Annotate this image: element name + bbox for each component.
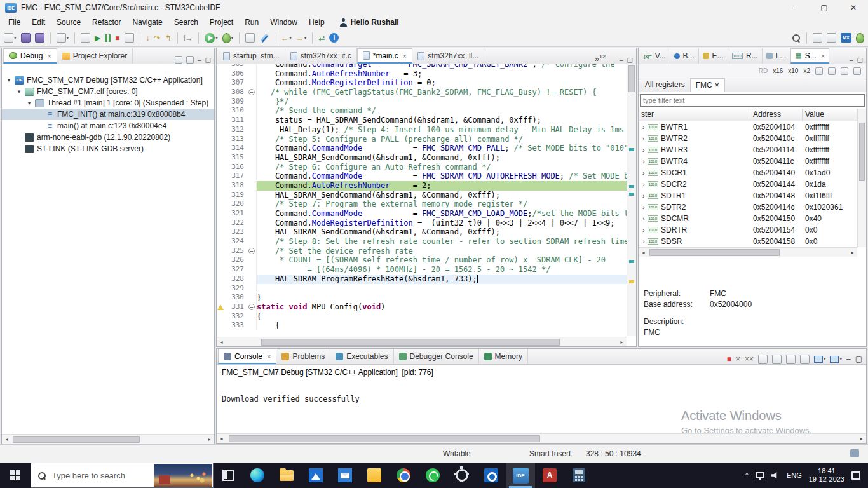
fold-collapse-icon[interactable]: − (248, 248, 255, 254)
debug-button[interactable]: ▾ (222, 33, 234, 43)
code-line[interactable]: 332{ (217, 312, 627, 322)
register-row[interactable]: ›1010BWTR10x520041040xffffffff (639, 121, 857, 133)
fold-collapse-icon[interactable]: − (248, 304, 255, 310)
register-row[interactable]: ›1010BWTR30x520041140xffffffff (639, 144, 857, 156)
code-editor[interactable]: 305 Command.CommandTarget = FMC_SDRAM_CM… (217, 64, 627, 336)
scroll-right-icon[interactable]: ▸ (205, 437, 214, 442)
registers-subtab-allregisters[interactable]: All registers (640, 78, 690, 92)
expander-icon[interactable]: › (642, 123, 645, 131)
save-all-button[interactable] (35, 33, 44, 43)
taskbar-app-calculator[interactable] (564, 463, 593, 488)
scroll-right-icon[interactable]: ▸ (848, 250, 857, 255)
open-perspective-button[interactable] (813, 33, 822, 43)
console-tab-memory[interactable]: Memory (479, 349, 528, 364)
start-button[interactable] (0, 463, 31, 488)
code-line[interactable]: 331−static void MPU_Config(void) (217, 302, 627, 312)
link-with-editor-button[interactable]: ⇄ (318, 33, 325, 43)
terminate-button[interactable]: ■ (115, 33, 119, 43)
editor-tab-startupstm[interactable]: startup_stm... (218, 48, 285, 64)
taskbar-app-photos[interactable] (301, 463, 330, 488)
registers-vscrollbar[interactable] (857, 109, 866, 247)
register-row[interactable]: ›1010SDSR0x520041580x0 (639, 236, 857, 247)
tree-expander-icon[interactable]: ▾ (6, 77, 12, 83)
code-line[interactable]: 319 HAL_SDRAM_SendCommand(&hsdram1, &Com… (217, 191, 627, 200)
register-row[interactable]: ›1010SDCR20x520041440x1da (639, 179, 857, 190)
register-table-header[interactable]: ster Address Value (639, 109, 857, 121)
editor-tab-stm32h7xxll[interactable]: stm32h7xx_ll... (412, 48, 484, 64)
scroll-left-icon[interactable]: ◂ (217, 339, 226, 345)
code-line[interactable]: 315 HAL_SDRAM_SendCommand(&hsdram1, &Com… (217, 153, 627, 163)
search-highlight-image[interactable] (154, 464, 212, 487)
radix-bin-button[interactable]: x2 (803, 67, 810, 74)
scroll-track[interactable] (11, 435, 205, 444)
step-over-button[interactable]: ↷ (154, 33, 161, 43)
user-chip[interactable]: Hello Rushali (339, 18, 399, 27)
register-row[interactable]: ›1010BWTR40x5200411c0xffffffff (639, 156, 857, 167)
expander-icon[interactable]: › (642, 180, 645, 188)
taskbar-app-stm32cubeide[interactable]: IDE (506, 463, 535, 488)
column-address[interactable]: Address (750, 109, 803, 121)
scroll-lock-button[interactable] (772, 355, 782, 364)
code-line[interactable]: 333 { (217, 321, 627, 330)
expander-icon[interactable]: › (642, 215, 645, 222)
radix-dec-button[interactable]: x10 (788, 67, 798, 74)
scroll-thumb[interactable] (13, 436, 140, 443)
language-indicator[interactable]: ENG (787, 471, 802, 479)
minimize-icon[interactable]: – (780, 0, 810, 15)
code-line[interactable]: 307 Command.ModeRegisterDefinition = 0; (217, 78, 627, 88)
highlighter-button[interactable] (259, 33, 269, 43)
expander-icon[interactable]: › (642, 238, 645, 245)
code-line[interactable]: 306 Command.AutoRefreshNumber = 3; (217, 69, 627, 79)
menu-run[interactable]: Run (239, 15, 264, 29)
cpp-perspective-button[interactable] (827, 33, 836, 43)
tab-project-explorer[interactable]: Project Explorer (57, 48, 133, 64)
debug-tree-item[interactable]: ▾Thread #1 [main] 1 [core: 0] (Suspended… (2, 97, 214, 109)
suspend-button[interactable] (105, 34, 111, 42)
debug-tree-item[interactable]: ≡main() at main.c:123 0x80004e4 (2, 120, 214, 132)
console-tab-debuggerconsole[interactable]: Debugger Console (394, 349, 479, 364)
skip-all-breakpoints-button[interactable] (81, 33, 90, 43)
close-icon[interactable]: × (715, 79, 719, 92)
menu-search[interactable]: Search (168, 15, 204, 29)
code-line[interactable]: 322 Command.ModeRegisterDefinition = (ui… (217, 219, 627, 228)
register-row[interactable]: ›1010SDTR10x520041480xf1f6fff (639, 190, 857, 201)
debug-perspective-button[interactable] (856, 33, 864, 43)
display-selected-console-button[interactable]: ▾ (814, 356, 826, 363)
maximize-view-icon[interactable]: ▢ (857, 57, 863, 64)
save-icon[interactable] (853, 67, 861, 75)
collapse-all-icon[interactable] (175, 56, 182, 64)
save-button[interactable] (21, 33, 31, 43)
search-button[interactable] (792, 34, 801, 43)
code-line[interactable]: 310 /* Send the command */ (217, 106, 627, 116)
action-center-icon[interactable] (851, 471, 860, 480)
taskbar-app-acrobat[interactable]: A (535, 463, 564, 488)
editor-hscrollbar[interactable]: ◂ ▸ (217, 337, 627, 346)
code-line[interactable]: 321 Command.CommandMode = FMC_SDRAM_CMD_… (217, 209, 627, 219)
terminate-button[interactable]: ■ (727, 354, 731, 364)
registers-subtab-fmc[interactable]: FMC× (690, 78, 725, 92)
read-button[interactable]: RD (759, 67, 768, 74)
code-line[interactable]: 308− /* while (FMC_GetFlagStatus(FMC_Ban… (217, 88, 627, 97)
code-line[interactable]: 312 HAL_Delay(1); /* Step 4: Insert 100 … (217, 125, 627, 135)
console-hscrollbar[interactable]: ◂ ▸ (217, 433, 866, 443)
taskbar-search[interactable]: Type here to search (31, 463, 214, 488)
scroll-right-icon[interactable]: ▸ (857, 436, 866, 442)
device-configuration-tool-button[interactable]: MX (841, 33, 851, 43)
console-output[interactable]: Download verified successfully (222, 395, 360, 403)
expander-icon[interactable]: › (642, 146, 645, 154)
code-line[interactable]: 309 }*/ (217, 97, 627, 107)
code-line[interactable]: 328 HAL_SDRAM_ProgramRefreshRate(&hsdram… (217, 274, 627, 284)
maximize-view-icon[interactable]: ▢ (205, 57, 211, 64)
close-icon[interactable]: × (821, 52, 825, 60)
cut-icon[interactable] (815, 67, 823, 75)
taskbar-app-settings[interactable] (447, 463, 477, 488)
tree-expander-icon[interactable]: ▾ (16, 88, 22, 95)
register-row[interactable]: ›1010SDCMR0x520041500x40 (639, 213, 857, 224)
code-line[interactable]: 320 /* Step 7: Program the external memo… (217, 200, 627, 209)
word-wrap-button[interactable] (786, 355, 796, 364)
menu-window[interactable]: Window (264, 15, 303, 29)
editor-tab-stm32h7xxitc[interactable]: stm32h7xx_it.c (285, 48, 357, 64)
code-line[interactable]: 314 Command.CommandMode = FMC_SDRAM_CMD_… (217, 144, 627, 153)
debug-tree-item[interactable]: ▾FMC_STM_CM7.elf [cores: 0] (2, 86, 214, 97)
menu-project[interactable]: Project (204, 15, 239, 29)
